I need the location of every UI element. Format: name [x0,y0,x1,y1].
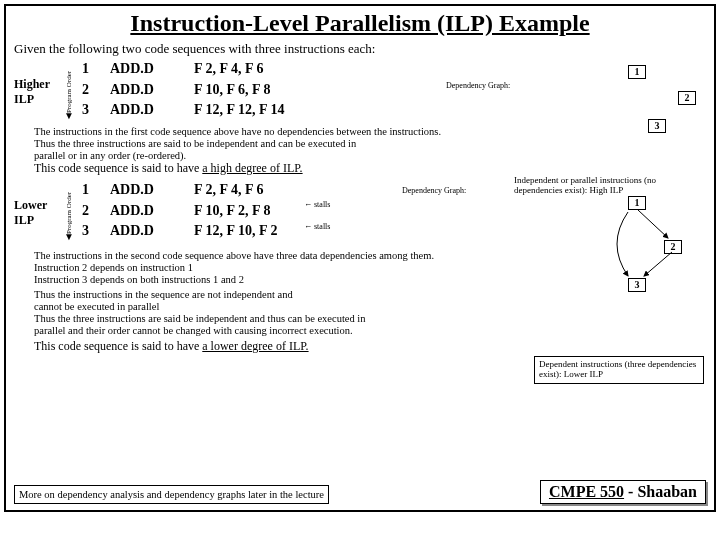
low-ilp-caption: Dependent instructions (three dependenci… [534,356,704,384]
expl-line: The instructions in the first code seque… [34,126,706,138]
expl-line: This code sequence is said to have [34,339,202,353]
more-note: More on dependency analysis and dependen… [14,485,329,504]
higher-ilp-label: Higher ILP [14,61,62,123]
instr-num: 3 [82,102,106,123]
given-text: Given the following two code sequences w… [14,41,706,57]
program-order-label: Program Order [65,71,73,113]
program-order-axis: Program Order ▼ [62,61,76,123]
author-name: Shaaban [637,483,697,500]
explanation-1: The instructions in the first code seque… [34,126,706,176]
instr-op: ADD.D [110,82,190,103]
svg-line-1 [644,252,672,276]
expl-line: Thus the three instructions are said to … [34,138,706,150]
instr-op: ADD.D [110,223,190,244]
instr-args: F 12, F 10, F 2 [194,223,394,244]
down-arrow-icon: ▼ [64,231,74,242]
program-order-axis: Program Order ▼ [62,182,76,244]
dep-node-3: 3 [648,119,666,133]
instr-args: F 10, F 6, F 8 [194,82,394,103]
instr-args: F 10, F 2, F 8 [194,203,394,224]
expl-underline: a high degree of ILP. [202,161,302,175]
down-arrow-icon: ▼ [64,110,74,121]
slide: Instruction-Level Parallelism (ILP) Exam… [4,4,716,512]
instr-num: 2 [82,203,106,224]
instr-args: F 12, F 12, F 14 [194,102,394,123]
instr-num: 1 [82,61,106,82]
higher-instr-table: 1 ADD.D F 2, F 4, F 6 2 ADD.D F 10, F 6,… [82,61,394,123]
dep-node-2: 2 [678,91,696,105]
expl-line: parallel and their order cannot be chang… [34,325,706,337]
instr-op: ADD.D [110,61,190,82]
expl-line: This code sequence is said to have [34,161,202,175]
instr-op: ADD.D [110,102,190,123]
lower-instr-table: 1 ADD.D F 2, F 4, F 6 2 ADD.D F 10, F 2,… [82,182,394,244]
instr-num: 3 [82,223,106,244]
instr-num: 2 [82,82,106,103]
footer-badge: CMPE 550 - Shaaban [540,480,706,504]
expl-line: cannot be executed in parallel [34,301,706,313]
stall-label: stalls [304,222,330,231]
instr-op: ADD.D [110,203,190,224]
dep-graph-title: Dependency Graph: [402,186,466,195]
stall-label: stalls [304,200,330,209]
instr-op: ADD.D [110,182,190,203]
svg-line-0 [638,210,668,238]
instr-args: F 2, F 4, F 6 [194,182,394,203]
course-code: CMPE 550 [549,483,624,500]
dep-node-1: 1 [628,65,646,79]
instr-args: F 2, F 4, F 6 [194,61,394,82]
expl-line: Thus the three instructions are said be … [34,313,706,325]
dep-graph-title: Dependency Graph: [446,81,510,90]
page-title: Instruction-Level Parallelism (ILP) Exam… [14,10,706,37]
dependency-edges-icon [556,194,706,294]
instr-num: 1 [82,182,106,203]
expl-underline: a lower degree of ILP. [202,339,308,353]
lower-ilp-label: Lower ILP [14,182,62,244]
program-order-label: Program Order [65,192,73,234]
higher-ilp-row: Higher ILP Program Order ▼ 1 ADD.D F 2, … [14,61,706,123]
higher-dep-graph: Dependency Graph: 1 2 [394,61,706,123]
